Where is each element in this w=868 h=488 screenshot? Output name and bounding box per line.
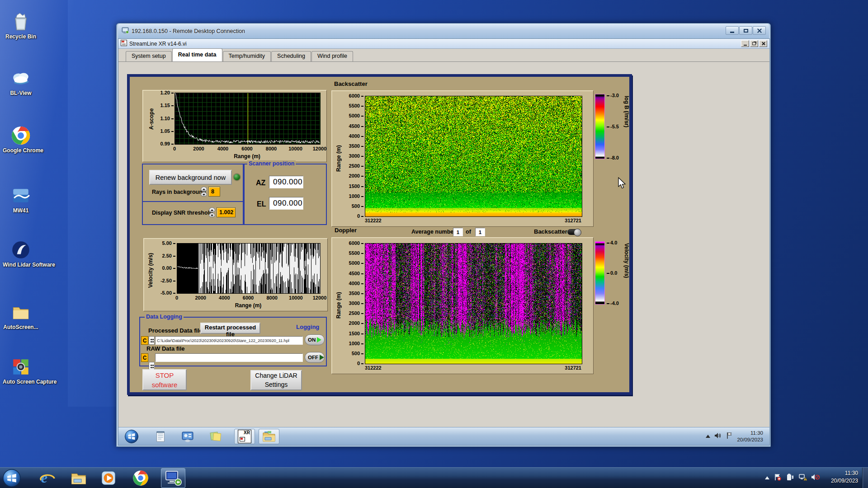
desktop: Recycle BinBL-ViewGoogle ChromeMW41Wind … bbox=[0, 0, 868, 488]
tick-label: 12000 bbox=[313, 295, 327, 300]
average-total-field[interactable]: 1 bbox=[475, 228, 485, 236]
backscatter-plot[interactable] bbox=[365, 96, 582, 217]
chrome-icon[interactable] bbox=[131, 469, 150, 488]
raw-path-type-selector[interactable]: C bbox=[141, 353, 148, 362]
stop-software-button[interactable]: STOPsoftware bbox=[142, 369, 187, 390]
desktop-icon-wind-lidar-software[interactable]: Wind Lidar Software bbox=[3, 239, 39, 268]
el-value-field[interactable]: 090.000 bbox=[269, 197, 303, 210]
windows-explorer-icon[interactable] bbox=[69, 469, 88, 488]
recycle-bin-icon bbox=[10, 11, 31, 32]
rdp-close-button[interactable] bbox=[753, 26, 766, 35]
az-value-field[interactable]: 090.000 bbox=[269, 176, 303, 188]
tick-label: 5500 bbox=[349, 250, 363, 256]
ascope-plot[interactable] bbox=[175, 93, 321, 145]
tick-label: 4000 bbox=[349, 133, 363, 139]
desktop-icon-bl-view[interactable]: BL-View bbox=[3, 68, 39, 97]
remote-taskbar-sticky-notes-icon[interactable] bbox=[205, 429, 226, 444]
processed-path-type-selector[interactable]: C bbox=[141, 336, 148, 345]
rays-value-field[interactable]: 8 bbox=[208, 187, 220, 197]
backscatter-doppler-toggle[interactable] bbox=[567, 229, 581, 235]
app-close-button[interactable] bbox=[759, 40, 767, 47]
tick-label: 8000 bbox=[266, 146, 277, 151]
desktop-icon-label: Wind Lidar Software bbox=[3, 262, 39, 268]
power-battery-icon[interactable] bbox=[786, 473, 794, 483]
backscatter-x-ticks: 312222312721 bbox=[365, 218, 581, 224]
remote-taskbar-streamline-xr-button[interactable]: XR bbox=[234, 429, 255, 444]
clock[interactable]: 11:30 20/09/2023 bbox=[831, 469, 858, 485]
scanner-position-title: Scanner position bbox=[247, 160, 296, 167]
tab-system-setup[interactable]: System setup bbox=[126, 51, 172, 61]
tab-real-time-data[interactable]: Real time data bbox=[172, 48, 222, 61]
rdp-maximize-button[interactable] bbox=[739, 26, 752, 35]
velocity-plot[interactable] bbox=[177, 243, 321, 294]
backscatter-y-axis-label: Range (m) bbox=[335, 125, 342, 192]
remote-taskbar-settings-icon[interactable] bbox=[177, 429, 198, 444]
network-warning-icon[interactable] bbox=[798, 473, 807, 483]
logging-label: Logging bbox=[295, 324, 321, 330]
start-button[interactable] bbox=[2, 469, 21, 488]
autoscreen-icon bbox=[10, 302, 31, 323]
tick-label: 4000 bbox=[219, 295, 230, 300]
backscatter-toggle-label: Backscatter bbox=[534, 228, 567, 235]
rdp-titlebar[interactable]: 192.168.0.150 - Remote Desktop Connectio… bbox=[118, 23, 769, 38]
remote-taskbar-explorer-button[interactable] bbox=[259, 429, 279, 444]
average-current-field[interactable]: 1 bbox=[453, 228, 463, 236]
tick-label: 2000 bbox=[349, 173, 363, 178]
tab-scheduling[interactable]: Scheduling bbox=[271, 51, 311, 61]
tick-label: 2000 bbox=[193, 146, 204, 151]
remote-taskbar: XR 11:30 20/09/2023 bbox=[118, 427, 769, 445]
backscatter-colorbar bbox=[595, 94, 605, 159]
remote-tray-expand-icon[interactable] bbox=[706, 435, 710, 438]
az-label: AZ bbox=[256, 179, 265, 187]
processed-data-file-label: Processed Data file bbox=[148, 327, 203, 334]
processed-path-browse-button[interactable] bbox=[149, 336, 155, 345]
tick-label: 12000 bbox=[313, 146, 327, 151]
tick-label: 1000 bbox=[349, 193, 363, 199]
remote-start-button[interactable] bbox=[121, 429, 142, 444]
restart-processed-file-button[interactable]: Restart processed file bbox=[200, 323, 260, 334]
volume-muted-icon[interactable] bbox=[811, 473, 820, 483]
remote-taskbar-notepad-icon[interactable] bbox=[150, 429, 171, 444]
raw-path-field[interactable] bbox=[155, 353, 303, 362]
desktop-icon-autoscreen[interactable]: AutoScreen... bbox=[3, 302, 39, 331]
desktop-icon-google-chrome[interactable]: Google Chrome bbox=[3, 125, 39, 154]
backscatter-colorbar-ticks: -3.0-5.5-8.0 bbox=[607, 95, 626, 158]
tick-label: 1.10 bbox=[160, 116, 174, 121]
app-restore-button[interactable] bbox=[750, 40, 758, 47]
tick-label: 6000 bbox=[349, 93, 363, 99]
tick-label: 2.50 bbox=[162, 253, 175, 258]
desktop-icon-auto-screen-capture[interactable]: Auto Screen Capture bbox=[3, 357, 39, 385]
tick-label: 312222 bbox=[365, 218, 382, 223]
processed-logging-toggle[interactable]: ON bbox=[305, 334, 325, 345]
google-chrome-icon bbox=[10, 125, 31, 146]
media-player-icon[interactable] bbox=[99, 469, 118, 488]
tray-expand-icon[interactable] bbox=[765, 476, 769, 479]
action-center-flag-error-icon[interactable] bbox=[774, 473, 782, 483]
app-minimize-button[interactable] bbox=[741, 40, 749, 47]
remote-volume-icon[interactable] bbox=[714, 432, 722, 441]
rdp-taskbar-button[interactable] bbox=[161, 468, 185, 488]
show-desktop-button[interactable] bbox=[862, 468, 868, 488]
snr-spinner[interactable] bbox=[209, 207, 215, 217]
tick-label: 2000 bbox=[195, 295, 206, 300]
processed-path-field[interactable]: C:\Lidar\Data\Proc\2023\202309\20230920\… bbox=[155, 336, 303, 345]
renew-background-button[interactable]: Renew background now bbox=[149, 170, 232, 185]
rays-spinner[interactable] bbox=[201, 187, 207, 197]
app-titlebar[interactable]: StreamLine XR v14-6.vi bbox=[118, 39, 769, 49]
desktop-icon-mw41[interactable]: MW41 bbox=[3, 185, 39, 214]
snr-value-field[interactable]: 1.002 bbox=[217, 207, 236, 217]
desktop-icon-recycle-bin[interactable]: Recycle Bin bbox=[3, 11, 39, 40]
tick-label: 1500 bbox=[349, 331, 363, 336]
tab-wind-profile[interactable]: Wind profile bbox=[311, 51, 353, 61]
raw-logging-toggle[interactable]: OFF bbox=[305, 352, 325, 363]
remote-clock[interactable]: 11:30 20/09/2023 bbox=[737, 430, 763, 443]
snr-threshold-frame: Display SNR threshold 1.002 bbox=[142, 201, 244, 225]
change-lidar-settings-button[interactable]: Change LiDARSettings bbox=[250, 370, 302, 390]
tick-label: 4000 bbox=[217, 146, 228, 151]
doppler-plot[interactable] bbox=[365, 243, 582, 364]
tab-temp-humidity[interactable]: Temp/humidity bbox=[223, 51, 271, 61]
internet-explorer-icon[interactable]: e bbox=[38, 469, 57, 488]
remote-action-center-flag-icon[interactable] bbox=[726, 432, 733, 441]
rdp-minimize-button[interactable] bbox=[726, 26, 739, 35]
tick-label: -8.0 bbox=[607, 155, 619, 160]
